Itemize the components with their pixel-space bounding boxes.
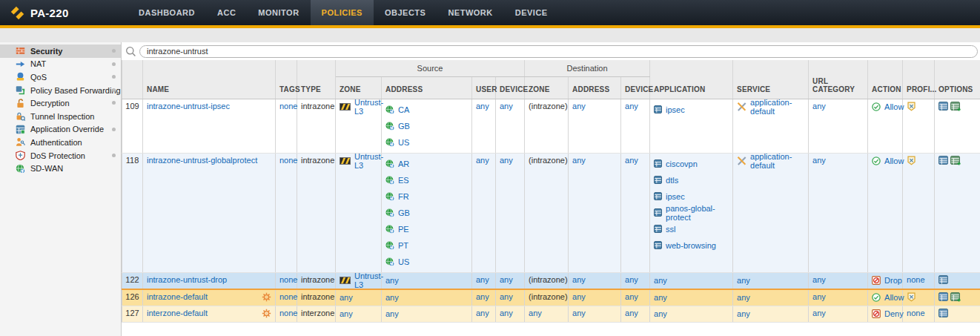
cell-link[interactable]: US (398, 138, 409, 147)
action-link[interactable]: Allow (884, 293, 904, 302)
rule-name-link[interactable]: intrazone-untrust-globalprotect (147, 156, 257, 165)
cell-link[interactable]: any (476, 102, 489, 111)
logging-icon[interactable] (938, 156, 948, 165)
logging-forward-icon[interactable] (950, 156, 961, 165)
tab-acc[interactable]: ACC (206, 0, 247, 25)
col-type[interactable]: TYPE (297, 60, 336, 99)
cell-link[interactable]: dtls (666, 176, 678, 185)
col-dest-zone[interactable]: ZONE (525, 76, 569, 99)
cell-link[interactable]: any (476, 156, 489, 165)
logging-icon[interactable] (938, 275, 948, 284)
cell-link[interactable]: application-default (750, 152, 804, 170)
rule-name-link[interactable]: intrazone-untrust-ipsec (147, 102, 230, 111)
col-name[interactable]: NAME (143, 60, 276, 99)
cell-link[interactable]: panos-global-protect (666, 204, 729, 222)
cell-link[interactable]: any (625, 275, 638, 284)
rule-name-link[interactable]: intrazone-default (147, 292, 208, 301)
cell-link[interactable]: any (625, 292, 638, 301)
cell-link[interactable]: any (812, 156, 826, 165)
cell-link[interactable]: any (476, 275, 489, 284)
rule-number[interactable]: 126 (122, 289, 143, 306)
sidebar-item-authentication[interactable]: Authentication (0, 136, 121, 149)
cell-link[interactable]: any (340, 309, 353, 318)
col-tags[interactable]: TAGS (276, 60, 297, 99)
sidebar-item-application-override[interactable]: Application Override (0, 123, 121, 136)
search-input[interactable] (139, 45, 978, 58)
cell-link[interactable]: any (500, 275, 513, 284)
rule-number[interactable]: 127 (122, 306, 143, 322)
cell-link[interactable]: Untrust-L3 (354, 271, 383, 289)
gear-icon[interactable] (262, 292, 271, 302)
profile-link[interactable]: none (907, 309, 924, 317)
cell-link[interactable]: web-browsing (666, 241, 716, 250)
sidebar-item-nat[interactable]: NAT (0, 58, 121, 71)
cell-link[interactable]: ssl (666, 225, 675, 234)
cell-link[interactable]: any (654, 276, 667, 285)
cell-link[interactable]: GB (398, 122, 410, 131)
rule-name-link[interactable]: intrazone-untrust-drop (147, 275, 227, 284)
col-url-category[interactable]: URL CATEGORY (809, 60, 868, 99)
rule-number[interactable]: 109 (122, 99, 143, 153)
cell-link[interactable]: US (398, 257, 409, 266)
col-options[interactable]: OPTIONS (935, 60, 980, 99)
sidebar-item-qos[interactable]: QoS (0, 70, 121, 84)
col-service[interactable]: SERVICE (733, 60, 809, 99)
cell-link[interactable]: ciscovpn (666, 159, 698, 168)
rule-name-link[interactable]: interzone-default (147, 309, 208, 317)
cell-link[interactable]: CA (398, 105, 409, 114)
cell-link[interactable]: any (476, 292, 489, 301)
profile-group-icon[interactable] (907, 292, 930, 302)
cell-link[interactable]: any (385, 276, 399, 285)
cell-link[interactable]: any (385, 293, 399, 302)
cell-link[interactable]: any (476, 309, 489, 317)
col-profile[interactable]: PROFI... (903, 60, 935, 99)
col-dest-address[interactable]: ADDRESS (569, 76, 621, 99)
cell-link[interactable]: Untrust-L3 (354, 152, 383, 170)
cell-link[interactable]: ipsec (666, 105, 685, 114)
cell-link[interactable]: any (500, 292, 513, 301)
profile-group-icon[interactable] (907, 156, 930, 165)
sidebar-item-decryption[interactable]: Decryption (0, 96, 121, 110)
sidebar-item-dos-protection[interactable]: DoS Protection (0, 149, 121, 162)
cell-link[interactable]: none (279, 156, 297, 165)
cell-link[interactable]: AR (398, 159, 409, 168)
cell-link[interactable]: PT (398, 241, 408, 250)
cell-link[interactable]: any (572, 309, 586, 317)
cell-link[interactable]: any (737, 276, 750, 285)
tab-monitor[interactable]: MONITOR (247, 0, 310, 25)
sidebar-item-tunnel-inspection[interactable]: Tunnel Inspection (0, 110, 121, 123)
sidebar-item-security[interactable]: Security (0, 45, 121, 58)
tab-policies[interactable]: POLICIES (311, 0, 374, 25)
col-source-user[interactable]: USER (472, 76, 496, 99)
col-application[interactable]: APPLICATION (650, 60, 733, 99)
logging-forward-icon[interactable] (950, 102, 961, 111)
action-link[interactable]: Allow (884, 102, 904, 111)
action-link[interactable]: Deny (884, 309, 904, 318)
cell-link[interactable]: any (812, 102, 826, 111)
profile-link[interactable]: none (907, 275, 924, 284)
col-source-address[interactable]: ADDRESS (382, 76, 472, 99)
col-source-device[interactable]: DEVICE (496, 76, 525, 99)
rule-number[interactable]: 118 (122, 153, 143, 272)
col-dest-device[interactable]: DEVICE (621, 76, 650, 99)
logging-forward-icon[interactable] (950, 292, 961, 302)
cell-link[interactable]: any (385, 309, 399, 318)
cell-link[interactable]: any (737, 309, 750, 318)
cell-link[interactable]: none (279, 309, 297, 317)
cell-link[interactable]: any (625, 102, 638, 111)
cell-link[interactable]: any (500, 309, 513, 317)
cell-link[interactable]: none (279, 275, 297, 284)
action-link[interactable]: Drop (884, 276, 902, 285)
cell-link[interactable]: any (625, 309, 638, 317)
sidebar-item-sd-wan[interactable]: SD-WAN (0, 162, 121, 175)
logging-icon[interactable] (938, 309, 948, 317)
col-action[interactable]: ACTION (868, 60, 903, 99)
cell-link[interactable]: any (572, 156, 586, 165)
logging-icon[interactable] (938, 292, 948, 301)
cell-link[interactable]: application-default (750, 98, 804, 116)
tab-device[interactable]: DEVICE (504, 0, 559, 25)
rule-number[interactable]: 122 (122, 272, 143, 289)
cell-link[interactable]: any (572, 275, 586, 284)
cell-link[interactable]: any (737, 293, 750, 302)
cell-link[interactable]: any (625, 156, 638, 165)
